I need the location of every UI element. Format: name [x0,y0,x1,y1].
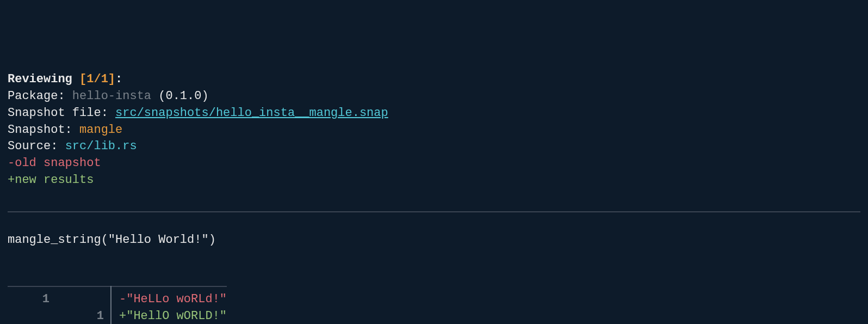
review-header: Reviewing [1/1]: Package: hello-insta (0… [8,71,860,189]
snapshot-file-path[interactable]: src/snapshots/hello_insta__mangle.snap [115,106,388,120]
diff-row-old: 1 -"HeLLo woRLd!" [8,286,227,308]
diff-old-content: -"HeLLo woRLd!" [111,286,227,308]
snapshot-file-label: Snapshot file: [8,106,108,120]
expression-line: mangle_string("Hello World!") [8,232,860,249]
old-snapshot-marker: -old snapshot [8,156,101,170]
diff-new-content: +"HellO wORLD!" [111,308,227,324]
package-version: (0.1.0) [158,89,208,103]
colon: : [115,72,122,86]
reviewing-label: Reviewing [8,72,72,86]
diff-row-new: 1 +"HellO wORLD!" [8,308,227,324]
old-line-number: 1 [8,286,59,308]
new-line-number-empty [59,286,111,308]
snapshot-label: Snapshot: [8,123,72,137]
snapshot-name: mangle [79,123,122,137]
source-path: src/lib.rs [65,139,137,153]
diff-table: 1 -"HeLLo woRLd!" 1 +"HellO wORLD!" [8,286,227,324]
review-counter: [1/1] [79,72,115,86]
new-line-number: 1 [59,308,111,324]
divider [8,211,860,212]
package-name: hello-insta [72,89,151,103]
source-label: Source: [8,139,58,153]
package-label: Package: [8,89,65,103]
old-line-number-empty [8,308,59,324]
new-results-marker: +new results [8,173,94,187]
